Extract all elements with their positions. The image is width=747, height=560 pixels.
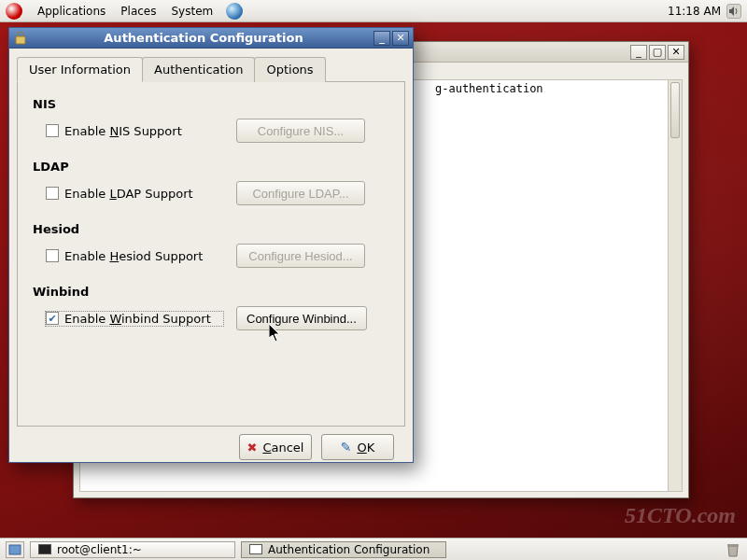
terminal-text: g-authentication — [435, 82, 543, 95]
dialog-close-button[interactable]: ✕ — [392, 31, 409, 46]
ok-icon: ✎ — [341, 440, 352, 455]
ldap-enable-check-wrap[interactable]: Enable LDAP Support — [46, 187, 223, 201]
trash-icon[interactable] — [725, 541, 741, 558]
show-desktop-button[interactable] — [6, 541, 24, 558]
terminal-scrollbar[interactable] — [668, 79, 683, 492]
dialog-title: Authentication Configuration — [34, 31, 374, 45]
terminal-icon — [38, 544, 51, 554]
hesiod-section-title: Hesiod — [33, 222, 389, 236]
winbind-enable-checkbox[interactable] — [46, 312, 59, 325]
cancel-button[interactable]: ✖ Cancel — [239, 434, 312, 460]
tab-options[interactable]: Options — [254, 57, 325, 82]
task-terminal[interactable]: root@client1:~ — [30, 541, 235, 558]
globe-icon[interactable] — [226, 3, 243, 20]
distro-logo-icon[interactable] — [6, 3, 22, 20]
winbind-section-title: Winbind — [33, 285, 389, 299]
dialog-titlebar[interactable]: Authentication Configuration _ ✕ — [9, 28, 413, 49]
winbind-enable-label[interactable]: Enable Winbind Support — [64, 312, 211, 326]
task-auth-config[interactable]: Authentication Configuration — [241, 541, 446, 558]
svg-rect-2 — [727, 544, 739, 546]
terminal-close-button[interactable]: ✕ — [668, 45, 684, 60]
dialog-icon — [13, 31, 28, 46]
bottom-panel: root@client1:~ Authentication Configurat… — [0, 538, 747, 560]
dialog-minimize-button[interactable]: _ — [374, 31, 390, 46]
configure-winbind-button[interactable]: Configure Winbind... — [236, 306, 367, 330]
tab-content: NIS Enable NIS Support Configure NIS... … — [17, 81, 405, 427]
hesiod-enable-check-wrap[interactable]: Enable Hesiod Support — [46, 249, 223, 263]
nis-enable-checkbox[interactable] — [46, 124, 59, 137]
configure-ldap-button: Configure LDAP... — [236, 181, 365, 205]
svg-rect-1 — [9, 545, 21, 554]
tab-bar: User Information Authentication Options — [17, 56, 405, 81]
window-icon — [249, 544, 262, 554]
winbind-enable-check-wrap[interactable]: Enable Winbind Support — [46, 312, 223, 326]
task-auth-config-label: Authentication Configuration — [268, 543, 430, 556]
task-terminal-label: root@client1:~ — [57, 543, 142, 556]
tab-authentication[interactable]: Authentication — [142, 57, 255, 82]
ldap-enable-label[interactable]: Enable LDAP Support — [64, 187, 193, 201]
svg-rect-0 — [16, 36, 25, 44]
hesiod-enable-checkbox[interactable] — [46, 249, 59, 262]
ldap-section-title: LDAP — [33, 160, 389, 174]
terminal-minimize-button[interactable]: _ — [630, 45, 647, 60]
configure-hesiod-button: Configure Hesiod... — [236, 244, 365, 268]
applications-menu[interactable]: Applications — [30, 5, 113, 18]
clock[interactable]: 11:18 AM — [668, 5, 721, 18]
configure-nis-button: Configure NIS... — [236, 119, 365, 143]
terminal-maximize-button[interactable]: ▢ — [649, 45, 666, 60]
tab-user-information[interactable]: User Information — [17, 57, 143, 82]
system-menu[interactable]: System — [163, 5, 220, 18]
top-panel: Applications Places System 11:18 AM — [0, 0, 747, 22]
auth-config-dialog: Authentication Configuration _ ✕ User In… — [8, 27, 414, 463]
nis-section-title: NIS — [33, 97, 389, 111]
ok-button[interactable]: ✎ OK — [321, 434, 394, 460]
scrollbar-thumb[interactable] — [670, 82, 680, 138]
places-menu[interactable]: Places — [113, 5, 163, 18]
ldap-enable-checkbox[interactable] — [46, 187, 59, 200]
cancel-icon: ✖ — [247, 441, 258, 455]
nis-enable-check-wrap[interactable]: Enable NIS Support — [46, 124, 223, 138]
volume-icon[interactable] — [726, 4, 741, 19]
nis-enable-label[interactable]: Enable NIS Support — [64, 124, 182, 138]
watermark: 51CTO.com — [625, 503, 736, 528]
hesiod-enable-label[interactable]: Enable Hesiod Support — [64, 249, 203, 263]
